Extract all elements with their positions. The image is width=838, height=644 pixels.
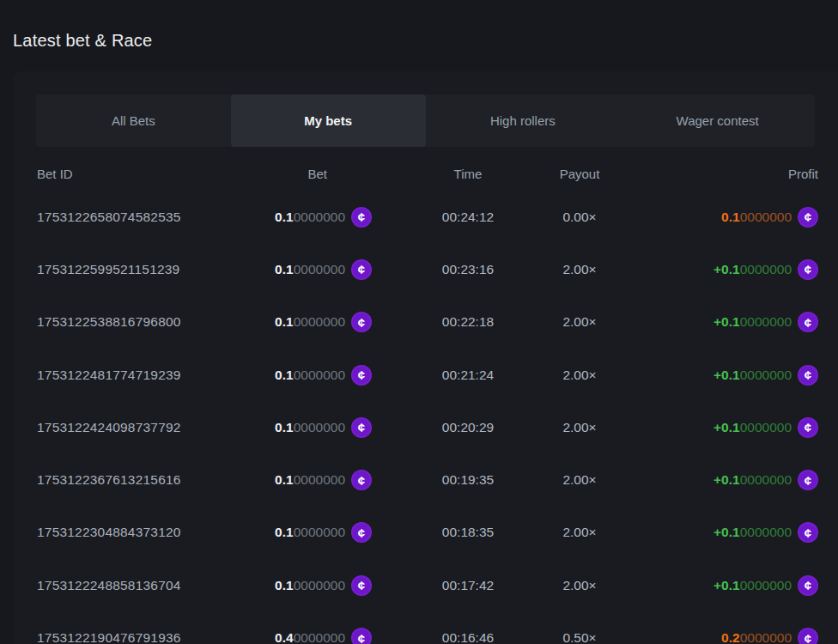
coin-icon: ¢: [798, 207, 818, 228]
bet-id-value: 1753122190476791936: [37, 630, 226, 644]
profit-amount: 0.10000000: [721, 210, 792, 225]
coin-icon: ¢: [351, 575, 372, 596]
bet-profit-cell: +0.10000000 ¢: [622, 522, 818, 543]
bet-time-value: 00:24:12: [399, 210, 537, 225]
profit-amount: +0.10000000: [714, 578, 792, 593]
bet-profit-cell: 0.10000000 ¢: [622, 207, 818, 228]
tab-label: Wager contest: [677, 113, 759, 128]
bet-profit-cell: +0.10000000 ¢: [622, 417, 818, 438]
bet-profit-cell: +0.10000000 ¢: [622, 312, 818, 332]
profit-amount: +0.10000000: [714, 472, 792, 488]
coin-icon: ¢: [351, 312, 372, 332]
bet-payout-value: 2.00×: [537, 262, 622, 277]
bet-amount-cell: 0.10000000 ¢: [226, 417, 372, 438]
coin-icon: ¢: [351, 365, 372, 386]
profit-amount: +0.10000000: [714, 314, 792, 330]
bet-id-value: 1753122538816796800: [37, 314, 226, 330]
bet-profit-cell: +0.10000000 ¢: [622, 365, 818, 386]
bet-amount: 0.10000000: [275, 368, 345, 383]
tab-label: All Bets: [112, 113, 155, 128]
coin-icon: ¢: [798, 470, 818, 490]
coin-icon: ¢: [351, 522, 372, 543]
bet-amount-cell: 0.10000000 ¢: [226, 575, 372, 596]
table-row[interactable]: 1753122658074582535 0.10000000 ¢ 00:24:1…: [37, 191, 818, 243]
bet-time-value: 00:17:42: [399, 578, 537, 593]
bet-amount-cell: 0.10000000 ¢: [226, 207, 372, 228]
bet-time-value: 00:22:18: [399, 314, 537, 330]
bet-id-value: 1753122658074582535: [37, 210, 226, 225]
bet-payout-value: 2.00×: [537, 368, 622, 383]
bet-profit-cell: +0.10000000 ¢: [622, 575, 818, 596]
profit-amount: +0.10000000: [714, 368, 792, 383]
bet-id-value: 1753122481774719239: [37, 368, 226, 383]
coin-icon: ¢: [798, 259, 818, 280]
bet-amount: 0.10000000: [275, 210, 345, 225]
coin-icon: ¢: [798, 575, 818, 596]
coin-icon: ¢: [798, 417, 818, 438]
table-row[interactable]: 1753122248858136704 0.10000000 ¢ 00:17:4…: [37, 559, 818, 611]
bet-time-value: 00:21:24: [399, 368, 537, 383]
bet-id-value: 1753122424098737792: [37, 420, 226, 435]
tab-label: My bets: [304, 113, 352, 128]
tab-all-bets[interactable]: All Bets: [36, 94, 231, 147]
bet-amount-cell: 0.40000000 ¢: [226, 628, 372, 644]
bet-payout-value: 2.00×: [537, 420, 622, 435]
bet-amount: 0.40000000: [275, 630, 345, 644]
column-header-profit: Profit: [622, 167, 818, 181]
bet-time-value: 00:23:16: [399, 262, 537, 277]
bets-tabbar: All Bets My bets High rollers Wager cont…: [36, 94, 815, 147]
tab-my-bets[interactable]: My bets: [231, 94, 426, 147]
table-row[interactable]: 1753122481774719239 0.10000000 ¢ 00:21:2…: [37, 349, 818, 401]
table-row[interactable]: 1753122190476791936 0.40000000 ¢ 00:16:4…: [37, 611, 818, 644]
bet-amount: 0.10000000: [275, 262, 345, 277]
bet-amount: 0.10000000: [275, 420, 345, 435]
coin-icon: ¢: [351, 470, 372, 490]
bet-amount: 0.10000000: [275, 578, 345, 593]
bet-payout-value: 0.00×: [537, 210, 622, 225]
bet-id-value: 1753122304884373120: [37, 525, 226, 540]
bet-id-value: 1753122248858136704: [37, 578, 226, 593]
profit-amount: +0.10000000: [714, 525, 792, 540]
bet-id-value: 1753122367613215616: [37, 472, 226, 488]
profit-amount: +0.10000000: [714, 420, 792, 435]
coin-icon: ¢: [351, 417, 372, 438]
coin-icon: ¢: [798, 628, 818, 644]
coin-icon: ¢: [798, 522, 818, 543]
column-header-payout: Payout: [537, 167, 622, 181]
bet-amount: 0.10000000: [275, 525, 345, 540]
bet-amount: 0.10000000: [275, 314, 345, 330]
bet-amount: 0.10000000: [275, 472, 345, 488]
bet-payout-value: 2.00×: [537, 578, 622, 593]
tab-high-rollers[interactable]: High rollers: [426, 94, 621, 147]
bet-profit-cell: +0.10000000 ¢: [622, 470, 818, 490]
bet-time-value: 00:20:29: [399, 420, 537, 435]
table-row[interactable]: 1753122599521151239 0.10000000 ¢ 00:23:1…: [37, 243, 818, 295]
coin-icon: ¢: [351, 207, 372, 228]
coin-icon: ¢: [351, 259, 372, 280]
table-header-row: Bet ID Bet Time Payout Profit: [37, 156, 818, 191]
bet-amount-cell: 0.10000000 ¢: [226, 522, 372, 543]
tab-wager-contest[interactable]: Wager contest: [620, 94, 815, 147]
bet-time-value: 00:16:46: [399, 630, 537, 644]
profit-amount: +0.10000000: [714, 262, 792, 277]
bet-time-value: 00:19:35: [399, 472, 537, 488]
bet-amount-cell: 0.10000000 ¢: [226, 259, 372, 280]
bet-payout-value: 2.00×: [537, 525, 622, 540]
bet-amount-cell: 0.10000000 ¢: [226, 470, 372, 490]
bet-profit-cell: +0.10000000 ¢: [622, 259, 818, 280]
column-header-bet-id: Bet ID: [37, 167, 226, 181]
table-row[interactable]: 1753122538816796800 0.10000000 ¢ 00:22:1…: [37, 296, 818, 349]
page-title: Latest bet & Race: [13, 31, 152, 51]
table-row[interactable]: 1753122304884373120 0.10000000 ¢ 00:18:3…: [37, 507, 818, 559]
coin-icon: ¢: [351, 628, 372, 644]
table-row[interactable]: 1753122424098737792 0.10000000 ¢ 00:20:2…: [37, 401, 818, 453]
bet-time-value: 00:18:35: [399, 525, 537, 540]
column-header-bet: Bet: [226, 167, 372, 181]
bet-payout-value: 0.50×: [537, 630, 622, 644]
table-row[interactable]: 1753122367613215616 0.10000000 ¢ 00:19:3…: [37, 453, 818, 506]
bet-payout-value: 2.00×: [537, 472, 622, 488]
profit-amount: 0.20000000: [721, 630, 792, 644]
coin-icon: ¢: [798, 365, 818, 386]
latest-bet-panel: All Bets My bets High rollers Wager cont…: [13, 71, 838, 644]
bet-amount-cell: 0.10000000 ¢: [226, 312, 372, 332]
